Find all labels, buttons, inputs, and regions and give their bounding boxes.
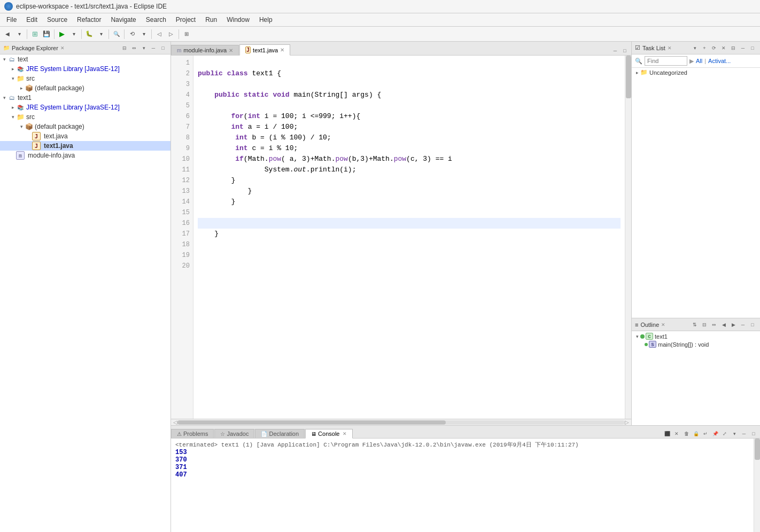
code-line-15[interactable]: [198, 207, 621, 218]
toolbar-btn-prev[interactable]: ◁: [154, 29, 165, 40]
tab-problems[interactable]: ⚠ Problems: [171, 429, 214, 438]
tree-arrow-text[interactable]: ▾: [1, 57, 7, 62]
outline-arrow-text1[interactable]: ▾: [634, 334, 640, 339]
toolbar-btn-debug-dd[interactable]: ▾: [96, 29, 106, 40]
pe-collapse-btn[interactable]: ⊟: [120, 44, 129, 52]
tl-refresh-btn[interactable]: ⟳: [710, 44, 718, 52]
toolbar-btn-perspective[interactable]: ⊞: [181, 29, 192, 40]
code-line-2[interactable]: public class text1 {: [198, 68, 621, 79]
code-line-19[interactable]: [198, 250, 621, 261]
toolbar-btn-save[interactable]: 💾: [41, 29, 52, 40]
console-pin-btn[interactable]: 📌: [711, 429, 719, 438]
console-open-btn[interactable]: ⤢: [720, 429, 729, 438]
tree-project-text[interactable]: ▾ 🗂 text: [0, 54, 170, 64]
pe-link-btn[interactable]: ⇔: [130, 44, 138, 52]
tl-collapse-btn[interactable]: ⊟: [729, 44, 738, 52]
editor-maximize-btn[interactable]: □: [621, 46, 629, 55]
task-find-input[interactable]: [645, 56, 687, 66]
console-close-btn[interactable]: ✕: [672, 429, 681, 438]
tree-src-text[interactable]: ▾ 📁 src: [0, 74, 170, 83]
menu-search[interactable]: Search: [142, 14, 170, 25]
tab-console[interactable]: 🖥 Console ✕: [305, 429, 353, 439]
code-line-18[interactable]: [198, 239, 621, 250]
task-list-close-icon[interactable]: ✕: [668, 45, 672, 51]
console-scroll-lock-btn[interactable]: 🔒: [692, 429, 700, 438]
tl-minimize-btn[interactable]: ─: [739, 44, 747, 52]
code-line-6[interactable]: for(int i = 100; i <=999; i++){: [198, 111, 621, 122]
editor-scroll-thumb[interactable]: [626, 56, 631, 98]
console-stop-btn[interactable]: ⬛: [663, 429, 671, 438]
ol-sort-btn[interactable]: ⇅: [691, 320, 699, 329]
console-minimize-btn[interactable]: ─: [740, 429, 748, 438]
scrollbar-thumb[interactable]: [177, 420, 446, 425]
menu-refactor[interactable]: Refactor: [73, 14, 105, 25]
code-line-16[interactable]: [198, 218, 621, 229]
outline-class-text1[interactable]: ▾ c text1: [633, 332, 759, 340]
code-line-7[interactable]: int a = i / 100;: [198, 122, 621, 132]
toolbar-btn-debug[interactable]: 🐛: [84, 29, 95, 40]
code-line-4[interactable]: public static void main(String[] args) {: [198, 90, 621, 100]
tab-module-close[interactable]: ✕: [229, 48, 233, 53]
menu-navigate[interactable]: Navigate: [106, 14, 140, 25]
tree-text1java[interactable]: J text1.java: [0, 141, 170, 151]
code-line-12[interactable]: }: [198, 175, 621, 186]
toolbar-btn-search[interactable]: 🔍: [111, 29, 122, 40]
menu-window[interactable]: Window: [222, 14, 254, 25]
console-clear-btn[interactable]: 🗑: [682, 429, 691, 438]
uncategorized-arrow[interactable]: ▸: [634, 70, 640, 75]
menu-help[interactable]: Help: [255, 14, 277, 25]
tree-arrow-defpkg-text1[interactable]: ▾: [18, 124, 25, 129]
code-line-17[interactable]: }: [198, 229, 621, 239]
code-line-11[interactable]: System.out.println(i);: [198, 165, 621, 175]
tree-arrow-defpkg-text[interactable]: ▸: [18, 85, 25, 91]
tree-defpkg-text1[interactable]: ▾ 📦 (default package): [0, 122, 170, 131]
find-activat-link[interactable]: Activat...: [708, 58, 731, 64]
package-explorer-close-icon[interactable]: ✕: [60, 45, 65, 51]
console-word-wrap-btn[interactable]: ↵: [701, 429, 710, 438]
outline-method-main[interactable]: s main(String[]) : void: [633, 340, 759, 348]
code-editor[interactable]: 1234567891011121314151617181920 public c…: [171, 56, 631, 419]
code-content[interactable]: public class text1 { public static void …: [193, 56, 625, 419]
editor-minimize-btn[interactable]: ─: [611, 46, 619, 55]
scroll-left-btn[interactable]: ◁: [173, 419, 177, 425]
toolbar-btn-next[interactable]: ▷: [166, 29, 176, 40]
console-vertical-scroll[interactable]: [754, 439, 760, 532]
toolbar-btn-back[interactable]: ◀: [2, 29, 13, 40]
pe-menu-btn[interactable]: ▾: [139, 44, 148, 52]
console-close-icon[interactable]: ✕: [343, 431, 347, 436]
tree-moduleinfo[interactable]: m module-info.java: [0, 151, 170, 160]
code-line-10[interactable]: if(Math.pow( a, 3)+Math.pow(b,3)+Math.po…: [198, 154, 621, 165]
console-scroll-thumb[interactable]: [755, 439, 760, 460]
toolbar-btn-run-dd[interactable]: ▾: [68, 29, 79, 40]
toolbar-btn-refactor-dd[interactable]: ▾: [138, 29, 149, 40]
scroll-right-btn[interactable]: ▷: [625, 419, 629, 425]
scrollbar-track[interactable]: [177, 420, 625, 425]
tree-jre-text[interactable]: ▸ 📚 JRE System Library [JavaSE-12]: [0, 64, 170, 74]
menu-file[interactable]: File: [2, 14, 21, 25]
tree-src-text1[interactable]: ▾ 📁 src: [0, 112, 170, 122]
ol-maximize-btn[interactable]: □: [748, 320, 757, 329]
menu-project[interactable]: Project: [172, 14, 200, 25]
editor-scrollbar-h[interactable]: ◁ ▷: [171, 419, 631, 425]
menu-edit[interactable]: Edit: [22, 14, 42, 25]
tab-javadoc[interactable]: ☆ Javadoc: [214, 429, 254, 438]
code-line-8[interactable]: int b = (i % 100) / 10;: [198, 132, 621, 143]
tree-arrow-src-text[interactable]: ▾: [10, 76, 16, 81]
code-line-1[interactable]: [198, 58, 621, 68]
tree-arrow-jre-text1[interactable]: ▸: [10, 105, 16, 110]
code-line-13[interactable]: }: [198, 186, 621, 197]
ol-link-btn[interactable]: ⇔: [710, 320, 718, 329]
code-line-14[interactable]: }: [198, 197, 621, 207]
tab-text1-close[interactable]: ✕: [280, 47, 284, 53]
tree-textjava[interactable]: J text.java: [0, 131, 170, 141]
tl-delete-btn[interactable]: ✕: [719, 44, 728, 52]
pe-minimize-btn[interactable]: ─: [149, 44, 158, 52]
tree-jre-text1[interactable]: ▸ 📚 JRE System Library [JavaSE-12]: [0, 103, 170, 112]
tl-maximize-btn[interactable]: □: [748, 44, 757, 52]
code-line-9[interactable]: int c = i % 10;: [198, 143, 621, 154]
tree-arrow-src-text1[interactable]: ▾: [10, 114, 16, 120]
tree-defpkg-text[interactable]: ▸ 📦 (default package): [0, 83, 170, 93]
pe-maximize-btn[interactable]: □: [159, 44, 167, 52]
tab-declaration[interactable]: 📄 Declaration: [255, 429, 305, 438]
toolbar-btn-dropdown1[interactable]: ▾: [14, 29, 25, 40]
